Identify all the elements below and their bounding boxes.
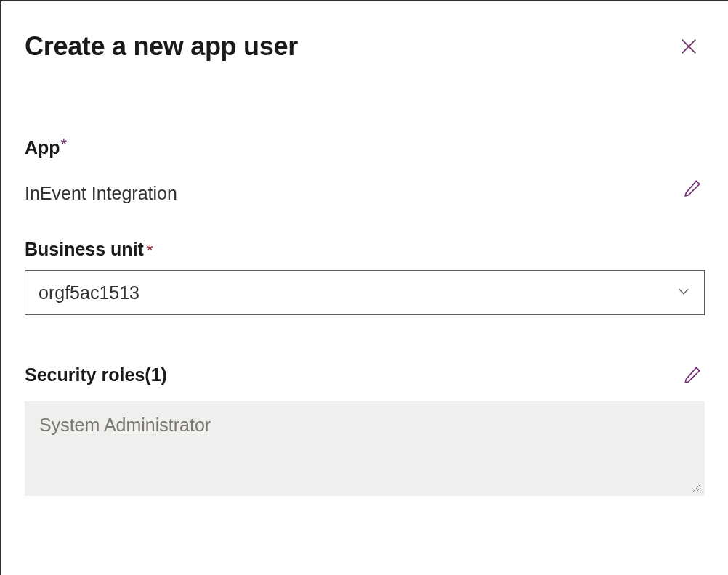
resize-handle[interactable]: [692, 483, 702, 493]
required-indicator: *: [61, 135, 68, 153]
edit-security-roles-button[interactable]: [680, 362, 705, 387]
close-icon: [679, 36, 699, 57]
security-roles-label: Security roles(1): [25, 364, 167, 386]
app-field-group: App* InEvent Integration: [25, 135, 705, 204]
svg-line-2: [693, 484, 700, 492]
security-roles-label-row: Security roles(1): [25, 362, 705, 387]
app-label: App: [25, 137, 60, 158]
pencil-icon: [683, 365, 702, 384]
business-unit-field-group: Business unit* orgf5ac1513: [25, 239, 705, 315]
business-unit-label: Business unit: [25, 239, 144, 259]
business-unit-label-row: Business unit*: [25, 239, 705, 260]
security-roles-box[interactable]: System Administrator: [25, 401, 705, 496]
panel-title: Create a new app user: [25, 31, 298, 62]
edit-app-button[interactable]: [680, 176, 705, 200]
required-indicator: *: [147, 241, 153, 259]
security-role-item: System Administrator: [39, 415, 690, 436]
business-unit-selected-value: orgf5ac1513: [39, 282, 139, 303]
close-button[interactable]: [673, 30, 705, 62]
security-roles-field-group: Security roles(1) System Administrator: [25, 362, 705, 496]
business-unit-select-wrapper: orgf5ac1513: [25, 270, 705, 315]
panel-header: Create a new app user: [25, 30, 705, 62]
app-label-row: App*: [25, 135, 705, 158]
app-value: InEvent Integration: [25, 183, 177, 204]
pencil-icon: [683, 179, 702, 197]
create-app-user-panel: Create a new app user App* InEvent Integ…: [0, 0, 728, 575]
business-unit-select[interactable]: orgf5ac1513: [25, 270, 705, 315]
svg-line-3: [697, 488, 700, 492]
